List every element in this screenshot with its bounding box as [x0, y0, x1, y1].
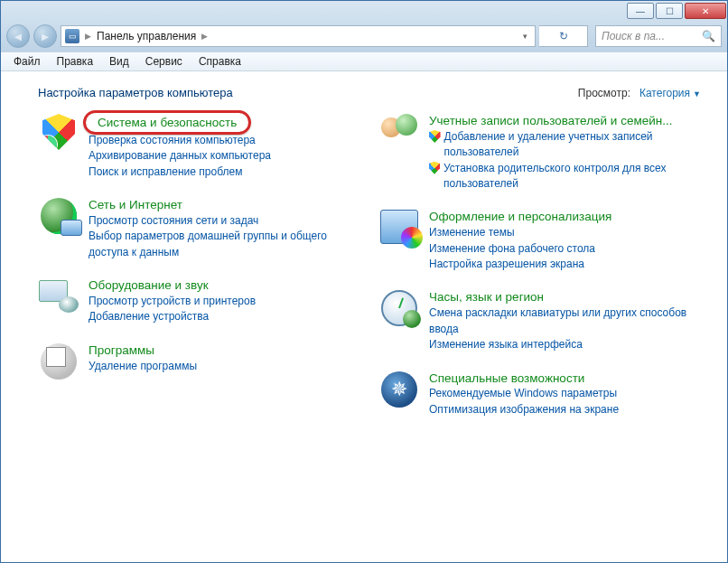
sub-link[interactable]: Установка родительского контроля для все…	[429, 161, 701, 192]
breadcrumb-sep-icon: ▶	[85, 32, 91, 41]
system-security-icon	[38, 112, 79, 152]
category-system-security: Система и безопасность Проверка состояни…	[38, 110, 360, 182]
sub-link[interactable]: Изменение языка интерфейса	[429, 337, 701, 352]
close-button[interactable]: ✕	[685, 3, 726, 19]
forward-button[interactable]: ►	[33, 24, 57, 48]
accessibility-icon	[378, 370, 420, 409]
uac-shield-icon	[429, 130, 441, 143]
sub-link[interactable]: Удаление программы	[89, 359, 197, 374]
sub-link[interactable]: Просмотр состояния сети и задач	[89, 213, 360, 229]
category-accessibility: Специальные возможности Рекомендуемые Wi…	[378, 368, 701, 420]
category-link-hardware[interactable]: Оборудование и звук	[89, 278, 209, 292]
content-header: Настройка параметров компьютера Просмотр…	[38, 86, 701, 99]
sub-link[interactable]: Оптимизация изображения на экране	[429, 402, 619, 418]
maximize-button[interactable]: ☐	[656, 3, 683, 19]
category-network: Сеть и Интернет Просмотр состояния сети …	[38, 194, 360, 262]
menu-view[interactable]: Вид	[102, 53, 136, 70]
category-link-programs[interactable]: Программы	[89, 343, 154, 357]
page-title: Настройка параметров компьютера	[38, 86, 233, 99]
menu-file[interactable]: Файл	[6, 53, 48, 70]
address-bar[interactable]: ▭ ▶ Панель управления ▶ ▾	[61, 25, 536, 47]
view-by-dropdown[interactable]: Категория▼	[639, 87, 701, 99]
sub-link[interactable]: Изменение темы	[429, 225, 611, 240]
menu-help[interactable]: Справка	[191, 53, 248, 70]
hardware-icon	[38, 277, 79, 316]
sub-link[interactable]: Изменение фона рабочего стола	[429, 241, 611, 257]
chevron-down-icon: ▼	[693, 89, 701, 99]
address-dropdown-icon[interactable]: ▾	[519, 32, 531, 41]
search-input[interactable]: Поиск в па... 🔍	[595, 25, 722, 47]
breadcrumb-sep-icon: ▶	[201, 32, 208, 41]
sub-link[interactable]: Добавление устройства	[89, 309, 256, 324]
sub-link[interactable]: Просмотр устройств и принтеров	[89, 294, 256, 309]
minimize-button[interactable]: —	[627, 3, 654, 19]
sub-link[interactable]: Настройка разрешения экрана	[429, 257, 611, 272]
view-by: Просмотр: Категория▼	[578, 87, 701, 99]
network-icon	[38, 196, 79, 236]
control-panel-icon: ▭	[65, 29, 79, 43]
navbar: ◄ ► ▭ ▶ Панель управления ▶ ▾ ↻ Поиск в …	[1, 21, 727, 52]
column-left: Система и безопасность Проверка состояни…	[38, 110, 360, 432]
search-placeholder: Поиск в па...	[602, 30, 665, 42]
menu-tools[interactable]: Сервис	[138, 53, 190, 70]
category-clock-lang: Часы, язык и регион Смена раскладки клав…	[378, 286, 701, 354]
category-personalization: Оформление и персонализация Изменение те…	[378, 206, 701, 274]
category-users: Учетные записи пользователей и семейн...…	[378, 110, 701, 193]
sub-link[interactable]: Проверка состояния компьютера	[89, 133, 271, 148]
sub-link-label: Установка родительского контроля для все…	[443, 161, 701, 192]
menu-edit[interactable]: Правка	[50, 53, 101, 70]
search-icon: 🔍	[702, 30, 715, 42]
back-button[interactable]: ◄	[6, 24, 30, 48]
category-programs: Программы Удаление программы	[38, 340, 360, 383]
clock-icon	[378, 288, 420, 328]
content-area: Настройка параметров компьютера Просмотр…	[2, 73, 726, 561]
view-by-label: Просмотр:	[578, 87, 630, 99]
category-link-network[interactable]: Сеть и Интернет	[89, 198, 182, 211]
category-link-clock-lang[interactable]: Часы, язык и регион	[429, 290, 544, 304]
titlebar: — ☐ ✕	[1, 1, 727, 21]
sub-link[interactable]: Поиск и исправление проблем	[89, 164, 271, 180]
sub-link-label: Добавление и удаление учетных записей по…	[444, 129, 701, 161]
programs-icon	[38, 342, 79, 381]
uac-shield-icon	[429, 162, 440, 174]
menubar: Файл Правка Вид Сервис Справка	[1, 52, 727, 71]
category-columns: Система и безопасность Проверка состояни…	[38, 110, 701, 432]
view-by-value: Категория	[639, 87, 690, 99]
breadcrumb-item[interactable]: Панель управления	[97, 30, 196, 42]
sub-link[interactable]: Выбор параметров домашней группы и общег…	[89, 229, 360, 260]
sub-link[interactable]: Добавление и удаление учетных записей по…	[429, 129, 701, 161]
refresh-button-group[interactable]: ↻	[539, 25, 588, 47]
sub-link[interactable]: Архивирование данных компьютера	[89, 148, 271, 164]
category-link-personalization[interactable]: Оформление и персонализация	[429, 210, 611, 223]
users-icon	[378, 112, 420, 152]
column-right: Учетные записи пользователей и семейн...…	[378, 110, 701, 432]
sub-link[interactable]: Смена раскладки клавиатуры или других сп…	[429, 305, 701, 337]
category-link-accessibility[interactable]: Специальные возможности	[429, 371, 584, 385]
personalization-icon	[378, 208, 420, 248]
sub-link[interactable]: Рекомендуемые Windows параметры	[429, 386, 619, 401]
category-hardware: Оборудование и звук Просмотр устройств и…	[38, 275, 360, 327]
highlight-ring: Система и безопасность	[89, 112, 246, 133]
refresh-icon: ↻	[559, 30, 568, 42]
category-link-users[interactable]: Учетные записи пользователей и семейн...	[429, 114, 672, 127]
window-frame: — ☐ ✕ ◄ ► ▭ ▶ Панель управления ▶ ▾ ↻ По…	[0, 0, 728, 563]
